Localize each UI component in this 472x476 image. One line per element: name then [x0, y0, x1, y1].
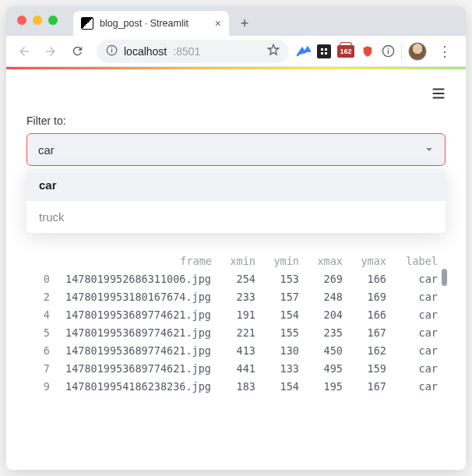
cell-ymin: 153	[260, 273, 304, 285]
select-value: car	[38, 143, 55, 157]
cell-xmin: 233	[217, 291, 260, 303]
cell-label: car	[391, 291, 438, 303]
select-container: car car truck	[26, 133, 446, 166]
row-index: 6	[26, 344, 61, 357]
extension-icon[interactable]	[297, 44, 311, 58]
reload-icon	[71, 44, 84, 58]
browser-window: blog_post · Streamlit × + localhost:8501	[6, 6, 466, 470]
cell-ymin: 157	[260, 291, 304, 303]
back-button[interactable]	[12, 40, 36, 63]
extension-badge[interactable]: 162	[337, 45, 354, 58]
cell-xmin: 191	[217, 309, 260, 321]
cell-label: car	[391, 344, 438, 357]
reload-button[interactable]	[65, 40, 89, 63]
browser-toolbar: localhost:8501 162 ⋮	[6, 36, 466, 67]
table-header: frame xmin ymin xmax ymax label	[26, 252, 446, 270]
url-host: localhost	[124, 45, 167, 58]
site-info-icon[interactable]	[106, 44, 118, 58]
app-content: Filter to: car car truck frame	[6, 69, 466, 470]
minimize-window-button[interactable]	[33, 16, 42, 25]
table-row[interactable]: 21478019953180167674.jpg233157248169car	[26, 287, 446, 305]
svg-rect-2	[111, 47, 112, 48]
cell-ymin: 133	[260, 362, 304, 375]
cell-frame: 1478019953689774621.jpg	[61, 362, 217, 375]
col-label: label	[391, 255, 438, 267]
cell-ymax: 166	[347, 273, 391, 285]
profile-avatar[interactable]	[408, 42, 427, 61]
cell-xmax: 248	[304, 291, 347, 303]
close-tab-icon[interactable]: ×	[215, 17, 221, 30]
extension-icon[interactable]	[317, 44, 331, 58]
cell-xmax: 195	[304, 380, 347, 393]
col-ymin: ymin	[260, 255, 304, 267]
svg-rect-4	[325, 48, 327, 51]
cell-ymin: 154	[260, 309, 304, 321]
url-port: :8501	[173, 45, 200, 58]
cell-ymin: 130	[260, 344, 304, 357]
cell-xmin: 254	[217, 273, 260, 285]
table-row[interactable]: 41478019953689774621.jpg191154204166car	[26, 305, 446, 323]
extensions: 162 ⋮	[297, 42, 460, 61]
svg-rect-1	[111, 49, 112, 52]
dataframe[interactable]: frame xmin ymin xmax ymax label 01478019…	[26, 252, 446, 395]
table-row[interactable]: 51478019953689774621.jpg221155235167car	[26, 323, 446, 341]
app-menu-button[interactable]	[430, 85, 447, 105]
arrow-left-icon	[17, 44, 31, 58]
address-bar[interactable]: localhost:8501	[97, 40, 289, 63]
cell-ymax: 169	[347, 291, 391, 303]
cell-xmax: 235	[304, 326, 347, 339]
row-index: 2	[26, 291, 61, 303]
new-tab-button[interactable]: +	[234, 12, 255, 34]
forward-button[interactable]	[39, 40, 62, 63]
tab-title: blog_post · Streamlit	[100, 18, 209, 29]
table-row[interactable]: 71478019953689774621.jpg441133495159car	[26, 359, 446, 377]
cell-xmin: 221	[217, 326, 260, 339]
streamlit-favicon	[81, 17, 93, 30]
browser-tab[interactable]: blog_post · Streamlit ×	[73, 11, 229, 36]
cell-ymax: 162	[347, 344, 391, 357]
cell-ymin: 154	[260, 380, 304, 393]
col-frame: frame	[61, 255, 217, 267]
option-car[interactable]: car	[26, 169, 446, 201]
cell-frame: 1478019954186238236.jpg	[61, 380, 217, 393]
table-row[interactable]: 91478019954186238236.jpg183154195167car	[26, 377, 446, 395]
tab-strip: blog_post · Streamlit × +	[6, 6, 466, 36]
cell-label: car	[391, 362, 438, 375]
row-index: 5	[26, 326, 61, 339]
select-dropdown: car truck	[26, 169, 446, 233]
filter-label: Filter to:	[26, 115, 446, 127]
cell-xmax: 269	[304, 273, 347, 285]
scrollbar-thumb[interactable]	[442, 269, 447, 286]
row-index: 0	[26, 273, 61, 285]
svg-rect-6	[325, 52, 327, 55]
cell-ymax: 159	[347, 362, 391, 375]
row-index: 7	[26, 362, 61, 375]
option-truck[interactable]: truck	[26, 201, 446, 233]
bookmark-star-icon[interactable]	[267, 44, 280, 58]
cell-label: car	[391, 309, 438, 321]
cell-xmax: 204	[304, 309, 347, 321]
col-ymax: ymax	[347, 255, 391, 267]
cell-xmin: 441	[217, 362, 260, 375]
table-row[interactable]: 01478019952686311006.jpg254153269166car	[26, 270, 446, 287]
cell-frame: 1478019953689774621.jpg	[61, 344, 217, 357]
table-row[interactable]: 61478019953689774621.jpg413130450162car	[26, 341, 446, 359]
maximize-window-button[interactable]	[48, 16, 58, 25]
shield-icon[interactable]	[361, 44, 375, 58]
cell-frame: 1478019953180167674.jpg	[61, 291, 217, 303]
svg-rect-9	[387, 48, 388, 48]
filter-select[interactable]: car	[26, 133, 446, 166]
close-window-button[interactable]	[17, 16, 26, 25]
svg-rect-5	[321, 52, 323, 55]
cell-xmin: 183	[217, 380, 260, 393]
cell-label: car	[391, 273, 438, 285]
cell-ymax: 167	[347, 326, 391, 339]
svg-rect-8	[387, 50, 388, 54]
col-xmax: xmax	[304, 255, 347, 267]
cell-label: car	[391, 380, 438, 393]
info-icon[interactable]	[381, 44, 395, 58]
browser-menu-button[interactable]: ⋮	[433, 43, 456, 60]
divider	[401, 43, 402, 60]
cell-xmax: 495	[304, 362, 347, 375]
window-controls	[17, 16, 58, 25]
